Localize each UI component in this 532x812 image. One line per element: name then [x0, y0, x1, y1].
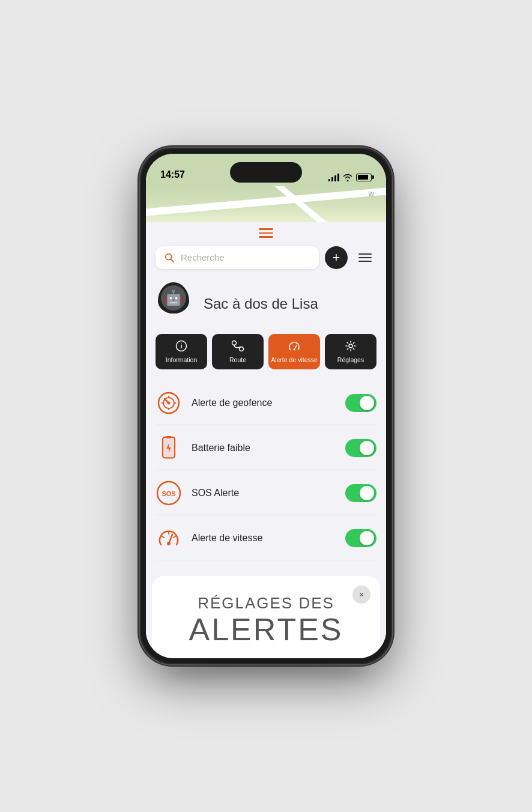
device-name: Sac à dos de Lisa: [204, 295, 318, 312]
menu-button[interactable]: [354, 246, 376, 269]
alert-geofence-row: Alerte de geofence: [156, 381, 376, 425]
phone-wrapper: 14:57: [140, 148, 392, 664]
status-time: 14:57: [160, 169, 185, 181]
battery-alert-icon: [156, 435, 182, 461]
svg-point-11: [168, 402, 171, 405]
tabs-container: i Information Rout: [146, 334, 386, 380]
toggle-batterie[interactable]: [345, 439, 376, 457]
avatar: 🤖: [161, 285, 186, 311]
alerte-vitesse-icon: [288, 340, 300, 354]
phone-screen: 14:57: [146, 154, 386, 658]
tab-information-label: Information: [166, 356, 198, 364]
device-info: 🤖 Sac à dos de Lisa: [146, 276, 386, 334]
toggle-sos[interactable]: [345, 484, 376, 502]
top-hamburger-area: [146, 222, 386, 241]
alert-geofence-label: Alerte de geofence: [192, 398, 336, 408]
speed-icon: [156, 525, 182, 551]
sheet-title-line2: ALERTES: [166, 613, 366, 647]
main-content: Recherche + 🤖: [146, 222, 386, 658]
alert-sos-row: SOS SOS Alerte: [156, 471, 376, 515]
tab-reglages[interactable]: Réglages: [325, 334, 376, 370]
device-pin: 🤖: [158, 282, 194, 326]
route-icon: [231, 340, 244, 354]
map-area: W: [146, 186, 386, 222]
toggle-geofence[interactable]: [345, 394, 376, 412]
search-icon: [164, 252, 175, 263]
wifi-icon: [343, 174, 352, 181]
tab-reglages-label: Réglages: [337, 356, 364, 364]
sos-icon: SOS: [156, 480, 182, 506]
svg-point-4: [232, 341, 237, 345]
alert-vitesse-row: Alerte de vitesse: [156, 517, 376, 560]
toggle-vitesse[interactable]: [345, 529, 376, 547]
svg-point-7: [294, 348, 295, 350]
signal-icon: [328, 173, 339, 181]
alert-sos-label: SOS Alerte: [192, 488, 336, 498]
phone-frame: 14:57: [140, 148, 392, 664]
battery-icon: [356, 174, 372, 181]
svg-point-8: [349, 344, 352, 348]
geofence-icon: [156, 390, 182, 416]
tab-route-label: Route: [229, 356, 246, 364]
sheet-title-line1: RÉGLAGES DES: [166, 594, 366, 613]
search-bar[interactable]: Recherche: [156, 246, 319, 269]
svg-point-17: [167, 542, 171, 545]
tab-alerte-vitesse-label: Alerte de vitesse: [271, 356, 318, 364]
alert-batterie-label: Batterie faible: [192, 443, 336, 453]
status-icons: [328, 173, 372, 181]
search-placeholder: Recherche: [181, 252, 225, 262]
bottom-sheet: × RÉGLAGES DES ALERTES: [152, 576, 380, 658]
tab-information[interactable]: i Information: [156, 334, 207, 370]
add-button[interactable]: +: [325, 246, 348, 269]
close-button[interactable]: ×: [352, 586, 370, 604]
svg-line-1: [171, 259, 174, 262]
dynamic-island: [230, 162, 302, 183]
search-container: Recherche +: [146, 241, 386, 276]
map-label: W: [369, 191, 374, 198]
svg-text:SOS: SOS: [162, 490, 175, 497]
information-icon: i: [175, 340, 187, 354]
reglages-icon: [345, 340, 357, 354]
alerts-list: Alerte de geofence: [146, 379, 386, 570]
alert-vitesse-label: Alerte de vitesse: [192, 533, 336, 544]
phone-reflection: [165, 664, 367, 682]
tab-alerte-vitesse[interactable]: Alerte de vitesse: [268, 334, 320, 370]
svg-text:i: i: [180, 342, 182, 350]
tab-route[interactable]: Route: [212, 334, 264, 370]
alert-batterie-row: Batterie faible: [156, 426, 376, 470]
hamburger-menu-button[interactable]: [259, 228, 273, 238]
svg-rect-13: [166, 436, 171, 438]
